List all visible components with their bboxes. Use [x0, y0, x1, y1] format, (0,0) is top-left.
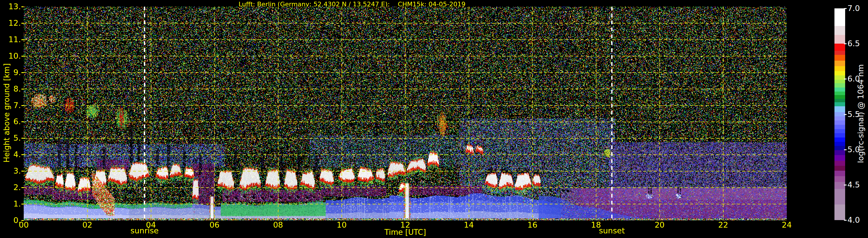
colorbar-block: [834, 44, 845, 50]
x-tick-label: 02: [74, 221, 100, 229]
colorbar-block: [834, 161, 845, 166]
y-tick-mark: [22, 6, 24, 7]
colorbar-block: [834, 26, 845, 35]
colorbar-tick-label: 7.0: [847, 4, 868, 13]
y-tick-label: 13.: [0, 2, 21, 11]
colorbar-block: [834, 171, 845, 176]
colorbar-block: [834, 204, 845, 220]
colorbar-tick-label: 6.0: [847, 74, 868, 83]
colorbar-block: [834, 142, 845, 146]
colorbar-tick-mark: [844, 184, 846, 185]
y-tick-label: 7.: [0, 101, 21, 110]
colorbar-block: [834, 51, 845, 55]
y-tick-label: 12.: [0, 19, 21, 28]
colorbar-block: [834, 112, 845, 116]
x-tick-label: 22: [710, 221, 736, 229]
colorbar-block: [834, 106, 845, 112]
colorbar-tick-label: 5.5: [847, 110, 868, 119]
y-tick-mark: [22, 121, 24, 122]
y-tick-mark: [22, 89, 24, 90]
y-tick-label: 3.: [0, 167, 21, 175]
y-tick-label: 4.: [0, 150, 21, 159]
colorbar-block: [834, 189, 845, 204]
colorbar-block: [834, 137, 845, 142]
colorbar-block: [834, 95, 845, 99]
colorbar-tick-label: 5.0: [847, 145, 868, 154]
colorbar-block: [834, 116, 845, 121]
colorbar-block: [834, 92, 845, 95]
colorbar-tick-mark: [844, 220, 846, 221]
y-tick-mark: [22, 23, 24, 24]
colorbar-block: [834, 125, 845, 129]
x-tick-label: 16: [520, 221, 546, 229]
y-tick-mark: [22, 171, 24, 172]
colorbar-tick-mark: [844, 8, 846, 9]
colorbar-tick-label: 4.5: [847, 180, 868, 189]
colorbar-block: [834, 83, 845, 88]
colorbar-block: [834, 99, 845, 102]
colorbar-tick-mark: [844, 43, 846, 44]
colorbar-block: [834, 146, 845, 150]
y-tick-mark: [22, 56, 24, 57]
y-tick-mark: [22, 154, 24, 155]
x-tick-label: 18: [583, 221, 609, 229]
y-tick-label: 5.: [0, 134, 21, 142]
y-tick-mark: [22, 138, 24, 139]
x-tick-label: 00: [11, 221, 37, 229]
colorbar-tick-label: 6.5: [847, 39, 868, 48]
y-tick-label: 11.: [0, 35, 21, 44]
x-tick-label: 20: [646, 221, 673, 229]
y-tick-label: 9.: [0, 68, 21, 77]
y-tick-label: 1.: [0, 200, 21, 208]
y-tick-mark: [22, 105, 24, 106]
colorbar-tick-label: 4.0: [847, 216, 868, 225]
colorbar-block: [834, 155, 845, 161]
colorbar-block: [834, 61, 845, 66]
y-tick-label: 8.: [0, 84, 21, 93]
colorbar-block: [834, 66, 845, 71]
colorbar-block: [834, 71, 845, 75]
colorbar-block: [834, 176, 845, 182]
x-tick-label: 08: [265, 221, 291, 229]
colorbar-block: [834, 102, 845, 107]
colorbar-block: [834, 88, 845, 92]
x-tick-label: 10: [329, 221, 354, 229]
y-tick-mark: [22, 72, 24, 73]
colorbar-block: [834, 121, 845, 125]
y-tick-label: 2.: [0, 183, 21, 192]
colorbar-block: [834, 35, 845, 44]
x-tick-label: 04: [138, 221, 164, 229]
colorbar-block: [834, 166, 845, 171]
x-tick-label: 24: [774, 221, 800, 229]
y-tick-label: 6.: [0, 117, 21, 126]
y-tick-label: 10.: [0, 52, 21, 60]
colorbar-tick-mark: [844, 78, 846, 79]
colorbar-block: [834, 182, 845, 189]
colorbar-block: [834, 150, 845, 155]
x-tick-label: 14: [456, 221, 482, 229]
y-tick-mark: [22, 187, 24, 188]
y-tick-mark: [22, 39, 24, 40]
y-tick-mark: [22, 204, 24, 204]
colorbar-block: [834, 129, 845, 133]
colorbar-block: [834, 80, 845, 83]
colorbar-tick-mark: [844, 149, 846, 150]
x-tick-label: 12: [392, 221, 418, 229]
colorbar-tick-mark: [844, 114, 846, 115]
backscatter-heatmap: [24, 7, 787, 220]
x-tick-label: 06: [202, 221, 228, 229]
colorbar-block: [834, 8, 845, 26]
colorbar-block: [834, 55, 845, 61]
colorbar: [834, 8, 845, 220]
colorbar-block: [834, 133, 845, 137]
ceilometer-quicklook-figure: Lufft: Berlin (Germany; 52.4302 N / 13.5…: [0, 0, 868, 238]
colorbar-block: [834, 75, 845, 80]
